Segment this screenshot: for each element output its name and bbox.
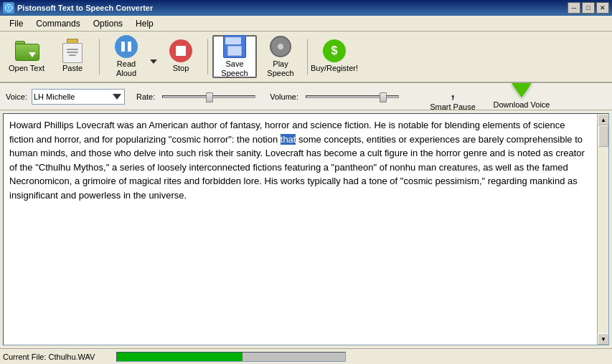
window-controls[interactable]: ─ □ ✕ bbox=[568, 2, 609, 14]
volume-slider[interactable] bbox=[306, 95, 399, 98]
download-voice-button[interactable]: Download Voice bbox=[489, 83, 554, 110]
svg-text:T: T bbox=[7, 6, 11, 11]
save-speech-icon bbox=[223, 35, 246, 58]
paste-button[interactable]: Paste bbox=[50, 35, 95, 78]
scroll-up-button[interactable]: ▲ bbox=[598, 114, 609, 125]
save-speech-label: Save Speech bbox=[215, 59, 254, 78]
voice-select[interactable]: LH Michelle LH Michael Microsoft Anna bbox=[32, 89, 125, 105]
dropdown-arrow-icon bbox=[150, 59, 157, 64]
window-title: Pistonsoft Text to Speech Converter bbox=[17, 4, 153, 12]
play-speech-icon bbox=[269, 35, 292, 58]
toolbar: Open Text Paste bbox=[0, 32, 612, 83]
paste-icon bbox=[61, 39, 84, 62]
read-aloud-label: Read Aloud bbox=[106, 59, 146, 78]
folder-icon bbox=[15, 41, 38, 61]
menu-file[interactable]: File bbox=[3, 16, 29, 31]
stop-button[interactable]: Stop bbox=[159, 35, 203, 78]
rate-label: Rate: bbox=[136, 92, 155, 101]
toolbar-separator-3 bbox=[307, 39, 308, 75]
title-bar-left: T Pistonsoft Text to Speech Converter bbox=[3, 2, 153, 14]
smart-pause-button[interactable]: , Smart Pause bbox=[428, 81, 478, 112]
menu-bar: File Commands Options Help bbox=[0, 16, 612, 32]
maximize-button[interactable]: □ bbox=[582, 2, 595, 14]
text-highlighted: that bbox=[281, 134, 296, 145]
menu-options[interactable]: Options bbox=[87, 16, 129, 31]
comma-icon: , bbox=[450, 81, 456, 101]
download-voice-label: Download Voice bbox=[494, 100, 550, 110]
buy-register-icon: $ bbox=[323, 39, 346, 62]
voice-label: Voice: bbox=[6, 92, 27, 101]
close-button[interactable]: ✕ bbox=[596, 2, 609, 14]
scroll-down-button[interactable]: ▼ bbox=[598, 333, 609, 345]
status-bar: Current File: Cthulhu.WAV bbox=[0, 348, 612, 364]
toolbar-separator-1 bbox=[99, 39, 100, 75]
rate-control-group: Rate: bbox=[136, 92, 258, 101]
rate-slider[interactable] bbox=[162, 95, 255, 98]
read-aloud-button[interactable]: Read Aloud bbox=[104, 35, 149, 78]
rate-thumb[interactable] bbox=[206, 92, 213, 102]
minimize-button[interactable]: ─ bbox=[568, 2, 580, 14]
stop-label: Stop bbox=[173, 64, 189, 73]
scrollbar-track[interactable] bbox=[598, 125, 608, 333]
buy-register-button[interactable]: $ Buy/Register! bbox=[312, 35, 357, 78]
volume-control-group: Volume: bbox=[270, 92, 402, 101]
title-bar: T Pistonsoft Text to Speech Converter ─ … bbox=[0, 0, 612, 16]
app-icon: T bbox=[3, 2, 14, 14]
download-arrow-icon bbox=[512, 83, 532, 97]
current-file-name: Cthulhu.WAV bbox=[49, 353, 95, 361]
paste-label: Paste bbox=[62, 64, 83, 73]
text-scroll-area: Howard Phillips Lovecraft was an America… bbox=[3, 113, 609, 345]
menu-commands[interactable]: Commands bbox=[29, 16, 86, 31]
progress-bar bbox=[116, 352, 346, 362]
play-speech-label: Play Speech bbox=[260, 59, 301, 78]
play-speech-button[interactable]: Play Speech bbox=[258, 35, 303, 78]
progress-fill bbox=[117, 353, 243, 361]
buy-register-label: Buy/Register! bbox=[311, 64, 358, 73]
read-aloud-icon bbox=[115, 35, 138, 58]
open-text-icon bbox=[15, 39, 38, 62]
toolbar-separator-2 bbox=[207, 39, 208, 75]
status-file-label: Current File: Cthulhu.WAV bbox=[3, 353, 110, 361]
controls-row: Voice: LH Michelle LH Michael Microsoft … bbox=[0, 83, 612, 110]
volume-thumb[interactable] bbox=[380, 92, 387, 102]
voice-control-group: Voice: LH Michelle LH Michael Microsoft … bbox=[6, 89, 125, 105]
right-controls: , Smart Pause Download Voice bbox=[428, 81, 554, 112]
menu-help[interactable]: Help bbox=[129, 16, 160, 31]
text-editor[interactable]: Howard Phillips Lovecraft was an America… bbox=[4, 114, 597, 345]
main-area: Howard Phillips Lovecraft was an America… bbox=[0, 110, 612, 348]
volume-label: Volume: bbox=[270, 92, 298, 101]
scrollbar-vertical[interactable]: ▲ ▼ bbox=[597, 114, 608, 345]
open-text-label: Open Text bbox=[9, 64, 44, 73]
save-speech-button[interactable]: Save Speech bbox=[212, 35, 257, 78]
stop-icon bbox=[169, 39, 192, 62]
read-aloud-dropdown[interactable] bbox=[150, 35, 157, 78]
current-file-label: Current File: bbox=[3, 353, 47, 361]
scrollbar-thumb[interactable] bbox=[598, 125, 608, 147]
open-text-button[interactable]: Open Text bbox=[4, 35, 49, 78]
